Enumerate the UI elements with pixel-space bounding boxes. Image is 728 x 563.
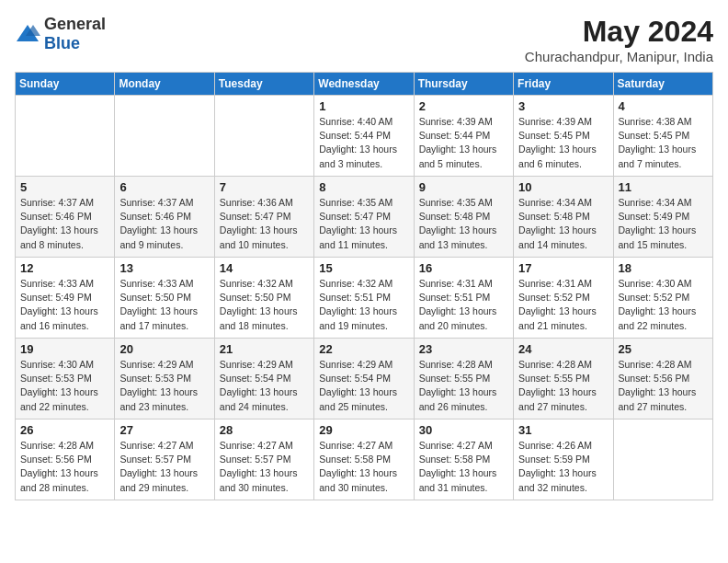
- day-number: 26: [20, 423, 109, 437]
- logo-text: General Blue: [44, 15, 106, 53]
- weekday-header-monday: Monday: [115, 73, 214, 96]
- day-info: Sunrise: 4:32 AM Sunset: 5:50 PM Dayligh…: [220, 277, 309, 333]
- day-info: Sunrise: 4:29 AM Sunset: 5:54 PM Dayligh…: [319, 358, 408, 414]
- day-info: Sunrise: 4:34 AM Sunset: 5:49 PM Dayligh…: [619, 196, 708, 252]
- location-title: Churachandpur, Manipur, India: [525, 49, 713, 64]
- day-info: Sunrise: 4:39 AM Sunset: 5:44 PM Dayligh…: [419, 115, 508, 171]
- logo: General Blue: [15, 15, 106, 53]
- day-number: 13: [119, 261, 209, 275]
- weekday-header-saturday: Saturday: [613, 73, 712, 96]
- day-info: Sunrise: 4:37 AM Sunset: 5:46 PM Dayligh…: [119, 196, 209, 252]
- day-number: 15: [319, 261, 408, 275]
- day-info: Sunrise: 4:36 AM Sunset: 5:47 PM Dayligh…: [220, 196, 309, 252]
- day-info: Sunrise: 4:27 AM Sunset: 5:58 PM Dayligh…: [319, 439, 408, 495]
- logo-icon: [15, 23, 40, 45]
- day-number: 7: [220, 180, 309, 194]
- day-info: Sunrise: 4:37 AM Sunset: 5:46 PM Dayligh…: [20, 196, 109, 252]
- calendar-cell: 17Sunrise: 4:31 AM Sunset: 5:52 PM Dayli…: [514, 258, 613, 339]
- weekday-header-wednesday: Wednesday: [314, 73, 414, 96]
- day-info: Sunrise: 4:30 AM Sunset: 5:52 PM Dayligh…: [619, 277, 708, 333]
- day-info: Sunrise: 4:26 AM Sunset: 5:59 PM Dayligh…: [518, 439, 608, 495]
- day-number: 19: [20, 342, 109, 356]
- day-number: 27: [119, 423, 209, 437]
- day-number: 30: [419, 423, 508, 437]
- day-number: 1: [319, 99, 408, 113]
- calendar-cell: 14Sunrise: 4:32 AM Sunset: 5:50 PM Dayli…: [214, 258, 313, 339]
- day-number: 31: [518, 423, 608, 437]
- day-number: 20: [119, 342, 209, 356]
- calendar-cell: 16Sunrise: 4:31 AM Sunset: 5:51 PM Dayli…: [414, 258, 513, 339]
- calendar-cell: 11Sunrise: 4:34 AM Sunset: 5:49 PM Dayli…: [613, 177, 712, 258]
- day-number: 8: [319, 180, 408, 194]
- day-number: 5: [20, 180, 109, 194]
- calendar-cell: 7Sunrise: 4:36 AM Sunset: 5:47 PM Daylig…: [214, 177, 313, 258]
- day-info: Sunrise: 4:35 AM Sunset: 5:47 PM Dayligh…: [319, 196, 408, 252]
- weekday-header-sunday: Sunday: [16, 73, 115, 96]
- calendar-week-row: 12Sunrise: 4:33 AM Sunset: 5:49 PM Dayli…: [16, 258, 713, 339]
- day-number: 12: [20, 261, 109, 275]
- day-info: Sunrise: 4:30 AM Sunset: 5:53 PM Dayligh…: [20, 358, 109, 414]
- day-number: 10: [518, 180, 608, 194]
- calendar-cell: [214, 96, 313, 177]
- calendar-cell: 23Sunrise: 4:28 AM Sunset: 5:55 PM Dayli…: [414, 339, 513, 419]
- day-info: Sunrise: 4:28 AM Sunset: 5:55 PM Dayligh…: [419, 358, 508, 414]
- day-info: Sunrise: 4:33 AM Sunset: 5:50 PM Dayligh…: [119, 277, 209, 333]
- calendar-cell: 12Sunrise: 4:33 AM Sunset: 5:49 PM Dayli…: [16, 258, 115, 339]
- calendar-week-row: 5Sunrise: 4:37 AM Sunset: 5:46 PM Daylig…: [16, 177, 713, 258]
- calendar-week-row: 26Sunrise: 4:28 AM Sunset: 5:56 PM Dayli…: [16, 419, 713, 500]
- calendar-cell: 4Sunrise: 4:38 AM Sunset: 5:45 PM Daylig…: [613, 96, 712, 177]
- day-info: Sunrise: 4:29 AM Sunset: 5:54 PM Dayligh…: [220, 358, 309, 414]
- weekday-header-tuesday: Tuesday: [214, 73, 313, 96]
- calendar-cell: 31Sunrise: 4:26 AM Sunset: 5:59 PM Dayli…: [514, 419, 613, 500]
- logo-blue: Blue: [44, 34, 80, 52]
- day-number: 6: [119, 180, 209, 194]
- calendar-cell: 18Sunrise: 4:30 AM Sunset: 5:52 PM Dayli…: [613, 258, 712, 339]
- calendar-cell: 29Sunrise: 4:27 AM Sunset: 5:58 PM Dayli…: [314, 419, 414, 500]
- calendar-cell: 8Sunrise: 4:35 AM Sunset: 5:47 PM Daylig…: [314, 177, 414, 258]
- calendar-cell: [16, 96, 115, 177]
- day-number: 4: [619, 99, 708, 113]
- calendar-table: SundayMondayTuesdayWednesdayThursdayFrid…: [15, 72, 713, 500]
- calendar-cell: [115, 96, 214, 177]
- calendar-cell: 5Sunrise: 4:37 AM Sunset: 5:46 PM Daylig…: [16, 177, 115, 258]
- day-info: Sunrise: 4:40 AM Sunset: 5:44 PM Dayligh…: [319, 115, 408, 171]
- day-number: 24: [518, 342, 608, 356]
- day-number: 11: [619, 180, 708, 194]
- day-info: Sunrise: 4:39 AM Sunset: 5:45 PM Dayligh…: [518, 115, 608, 171]
- month-title: May 2024: [525, 15, 713, 49]
- day-info: Sunrise: 4:33 AM Sunset: 5:49 PM Dayligh…: [20, 277, 109, 333]
- weekday-header-friday: Friday: [514, 73, 613, 96]
- day-info: Sunrise: 4:29 AM Sunset: 5:53 PM Dayligh…: [119, 358, 209, 414]
- day-info: Sunrise: 4:38 AM Sunset: 5:45 PM Dayligh…: [619, 115, 708, 171]
- day-info: Sunrise: 4:28 AM Sunset: 5:55 PM Dayligh…: [518, 358, 608, 414]
- day-info: Sunrise: 4:35 AM Sunset: 5:48 PM Dayligh…: [419, 196, 508, 252]
- day-info: Sunrise: 4:31 AM Sunset: 5:52 PM Dayligh…: [518, 277, 608, 333]
- calendar-cell: 27Sunrise: 4:27 AM Sunset: 5:57 PM Dayli…: [115, 419, 214, 500]
- calendar-cell: 28Sunrise: 4:27 AM Sunset: 5:57 PM Dayli…: [214, 419, 313, 500]
- day-number: 28: [220, 423, 309, 437]
- day-number: 2: [419, 99, 508, 113]
- logo-general: General: [44, 15, 106, 33]
- day-info: Sunrise: 4:34 AM Sunset: 5:48 PM Dayligh…: [518, 196, 608, 252]
- day-number: 22: [319, 342, 408, 356]
- calendar-cell: 9Sunrise: 4:35 AM Sunset: 5:48 PM Daylig…: [414, 177, 513, 258]
- calendar-cell: 15Sunrise: 4:32 AM Sunset: 5:51 PM Dayli…: [314, 258, 414, 339]
- day-info: Sunrise: 4:28 AM Sunset: 5:56 PM Dayligh…: [20, 439, 109, 495]
- day-info: Sunrise: 4:31 AM Sunset: 5:51 PM Dayligh…: [419, 277, 508, 333]
- calendar-cell: 3Sunrise: 4:39 AM Sunset: 5:45 PM Daylig…: [514, 96, 613, 177]
- day-info: Sunrise: 4:32 AM Sunset: 5:51 PM Dayligh…: [319, 277, 408, 333]
- day-number: 3: [518, 99, 608, 113]
- title-block: May 2024 Churachandpur, Manipur, India: [525, 15, 713, 64]
- calendar-cell: 21Sunrise: 4:29 AM Sunset: 5:54 PM Dayli…: [214, 339, 313, 419]
- day-number: 29: [319, 423, 408, 437]
- calendar-cell: 26Sunrise: 4:28 AM Sunset: 5:56 PM Dayli…: [16, 419, 115, 500]
- day-number: 18: [619, 261, 708, 275]
- calendar-week-row: 19Sunrise: 4:30 AM Sunset: 5:53 PM Dayli…: [16, 339, 713, 419]
- day-number: 23: [419, 342, 508, 356]
- day-number: 21: [220, 342, 309, 356]
- day-info: Sunrise: 4:27 AM Sunset: 5:58 PM Dayligh…: [419, 439, 508, 495]
- calendar-cell: 13Sunrise: 4:33 AM Sunset: 5:50 PM Dayli…: [115, 258, 214, 339]
- calendar-cell: 2Sunrise: 4:39 AM Sunset: 5:44 PM Daylig…: [414, 96, 513, 177]
- calendar-cell: 22Sunrise: 4:29 AM Sunset: 5:54 PM Dayli…: [314, 339, 414, 419]
- weekday-header-row: SundayMondayTuesdayWednesdayThursdayFrid…: [16, 73, 713, 96]
